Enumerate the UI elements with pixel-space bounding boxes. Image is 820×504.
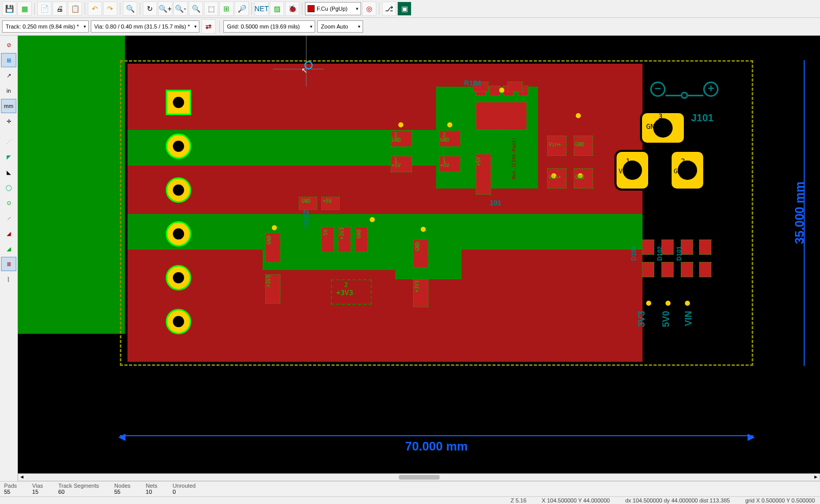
console-icon[interactable]: ▣ bbox=[397, 2, 412, 16]
zoom-in-icon[interactable]: 🔍+ bbox=[158, 2, 172, 16]
bug-icon[interactable]: 🐞 bbox=[285, 2, 299, 16]
label-d102: D102 bbox=[656, 246, 663, 261]
pad1-lbl: 1 bbox=[626, 157, 630, 165]
via-size-select[interactable]: Via: 0.80 / 0.40 mm (31.5 / 15.7 mils) *… bbox=[91, 20, 200, 33]
zoom-select[interactable]: Zoom Auto ▾ bbox=[317, 20, 363, 33]
via-outline-icon[interactable]: ⊙ bbox=[1, 196, 16, 210]
plot-icon[interactable]: 📋 bbox=[68, 2, 82, 16]
via bbox=[272, 225, 277, 230]
net-gnd8: GND bbox=[415, 242, 420, 251]
track-outline-icon[interactable]: ⟋ bbox=[1, 211, 16, 225]
target-icon[interactable]: ◎ bbox=[362, 2, 376, 16]
print-icon[interactable]: 🖨 bbox=[53, 2, 67, 16]
zoom-region-icon[interactable]: ⬚ bbox=[204, 2, 218, 16]
chevron-down-icon: ▾ bbox=[84, 24, 86, 29]
net-3v3-4: +3V3 bbox=[414, 280, 420, 293]
find-icon[interactable]: 🔍 bbox=[123, 2, 137, 16]
label-d101: D101 bbox=[676, 246, 683, 261]
contrast2-icon[interactable]: ◢ bbox=[1, 242, 16, 256]
track-width-select[interactable]: Track: 0.250 mm (9.84 mils) * ▾ bbox=[2, 20, 89, 33]
chevron-down-icon: ▾ bbox=[356, 6, 358, 11]
pad2-lbl: 2 bbox=[681, 157, 685, 165]
net-2c: 2 bbox=[344, 281, 348, 288]
drc-icon[interactable]: ▨ bbox=[270, 2, 284, 16]
label-net-3v3: 3V3 bbox=[636, 311, 647, 327]
redo-icon[interactable]: ↷ bbox=[103, 2, 117, 16]
auto-track-icon[interactable]: ⇄ bbox=[201, 19, 216, 34]
stat-pads: Pads 55 bbox=[4, 483, 17, 495]
outline-zones-icon[interactable]: ◣ bbox=[1, 165, 16, 179]
layer-select[interactable]: F.Cu (PgUp) ▾ bbox=[305, 2, 361, 15]
via bbox=[646, 301, 651, 306]
net-gnd7: GND bbox=[266, 235, 272, 245]
pad-outline-icon[interactable]: ◯ bbox=[1, 180, 16, 195]
horizontal-scrollbar[interactable] bbox=[18, 473, 820, 481]
net-vin1: Vin+ bbox=[549, 142, 561, 147]
layer-label: F.Cu (PgUp) bbox=[317, 6, 348, 12]
top-toolbar-1: 💾 ▦ 📄 🖨 📋 ↶ ↷ 🔍 ↻ 🔍+ 🔍- 🔍 ⬚ ⊞ 🔎 NET ▨ 🐞 … bbox=[0, 0, 820, 18]
smd-d102-k bbox=[661, 262, 674, 277]
label-c101: 101 bbox=[490, 199, 501, 207]
fill-zones-icon[interactable]: ◤ bbox=[1, 150, 16, 164]
scrollbar-thumb[interactable] bbox=[399, 475, 440, 480]
net-5v-1: +5V bbox=[392, 163, 401, 168]
status-xy: X 104.500000 Y 44.000000 bbox=[542, 497, 610, 503]
grid-select[interactable]: Grid: 0.5000 mm (19.69 mils) ▾ bbox=[223, 20, 315, 33]
status-bar-stats: Pads 55 Vias 15 Track Segments 60 Nodes … bbox=[0, 481, 820, 496]
layer-color-swatch bbox=[308, 5, 315, 12]
undo-icon[interactable]: ↶ bbox=[88, 2, 102, 16]
trace-u102-area bbox=[263, 214, 405, 270]
status-z: Z 5.16 bbox=[510, 497, 526, 503]
net-gnd5: GND bbox=[301, 198, 311, 204]
label-u102: U102 bbox=[302, 210, 310, 227]
save-icon[interactable]: 💾 bbox=[2, 2, 16, 16]
stat-nets: Nets 10 bbox=[146, 483, 158, 495]
smd-pad-u1-tab bbox=[476, 102, 527, 130]
inspect-icon[interactable]: 🔎 bbox=[235, 2, 249, 16]
zoom-fit-icon[interactable]: 🔍 bbox=[189, 2, 203, 16]
chevron-down-icon: ▾ bbox=[194, 24, 197, 29]
netlist-icon[interactable]: NET bbox=[254, 2, 269, 16]
scripting-icon[interactable]: ⎇ bbox=[382, 2, 396, 16]
dimension-width-wrap: 70.000 mm bbox=[120, 430, 753, 450]
status-dxy: dx 104.500000 dy 44.000000 dist 113.385 bbox=[625, 497, 730, 503]
footprint-icon[interactable]: ⊞ bbox=[219, 2, 234, 16]
pad-header-3 bbox=[166, 177, 191, 203]
barrel-jack-silk bbox=[650, 82, 722, 102]
unit-inches-button[interactable]: in bbox=[1, 84, 16, 98]
label-net-5v0: 5V0 bbox=[661, 311, 672, 327]
trace-block bbox=[395, 233, 462, 279]
ratsnest-icon[interactable]: ⋰ bbox=[1, 135, 16, 149]
zoom-out-icon[interactable]: 🔍- bbox=[173, 2, 188, 16]
chevron-down-icon: ▾ bbox=[310, 24, 313, 29]
board-icon[interactable]: ▦ bbox=[17, 2, 32, 16]
net-3v3-1: +3V3 bbox=[339, 227, 345, 240]
via bbox=[447, 122, 452, 127]
plus-icon bbox=[703, 82, 719, 97]
open-icon[interactable]: 📄 bbox=[37, 2, 52, 16]
status-grid: grid X 0.500000 Y 0.500000 bbox=[745, 497, 815, 503]
stat-nodes: Nodes 55 bbox=[114, 483, 131, 495]
net-5v-5: 5V bbox=[323, 229, 328, 235]
cursor-shape-icon[interactable]: ✛ bbox=[1, 114, 16, 128]
contrast-icon[interactable]: ◢ bbox=[1, 226, 16, 241]
chevron-down-icon: ▾ bbox=[358, 24, 361, 29]
net-3v3-3: +3V3 bbox=[336, 288, 353, 297]
via bbox=[576, 113, 581, 118]
polar-icon[interactable]: ↗ bbox=[1, 68, 16, 83]
label-net-vin: VIN bbox=[683, 311, 694, 326]
drc-off-icon[interactable]: ⊘ bbox=[1, 38, 16, 52]
label-d103: D103 bbox=[630, 246, 637, 261]
net-5v-3: +5V bbox=[476, 157, 481, 166]
pad-header-5 bbox=[166, 265, 191, 290]
grid-display-icon[interactable]: ⊞ bbox=[1, 53, 16, 67]
line-icon bbox=[688, 95, 703, 96]
layers-manager-icon[interactable]: ≣ bbox=[1, 257, 16, 271]
pad-header-1 bbox=[166, 90, 191, 115]
via bbox=[499, 88, 504, 93]
microwave-icon[interactable]: ⦚ bbox=[1, 272, 16, 286]
refresh-icon[interactable]: ↻ bbox=[143, 2, 157, 16]
pcb-canvas[interactable]: R104 J101 U102 101 D103 D102 D101 3V3 5V… bbox=[18, 36, 820, 481]
unit-mm-button[interactable]: mm bbox=[1, 99, 16, 113]
pad1-vin: Vin+ bbox=[619, 167, 634, 175]
